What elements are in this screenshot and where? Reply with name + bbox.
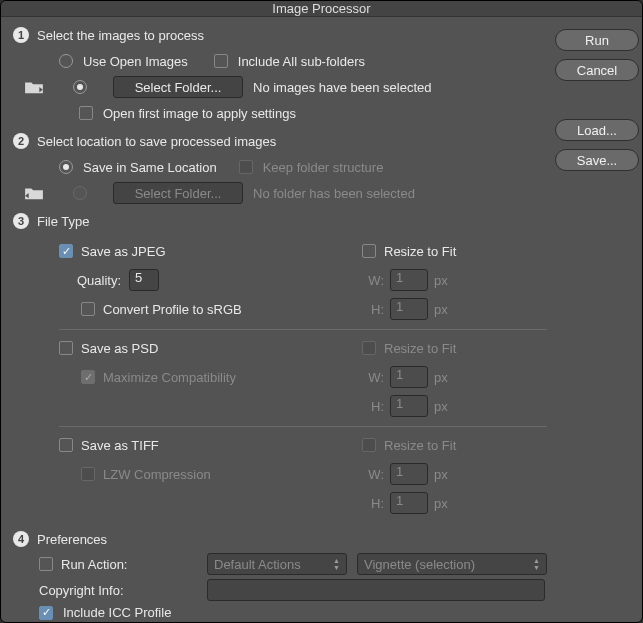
action-set-dropdown: Default Actions ▲▼	[207, 553, 347, 575]
save-select-folder-radio[interactable]	[73, 186, 87, 200]
jpeg-h-label: H:	[362, 302, 384, 317]
psd-w-label: W:	[362, 370, 384, 385]
step-1-bullet: 1	[13, 27, 29, 43]
select-folder-button-2: Select Folder...	[113, 182, 243, 204]
no-folder-status: No folder has been selected	[253, 186, 415, 201]
section-preferences: 4 Preferences Run Action: Default Action…	[13, 531, 547, 620]
select-folder-radio[interactable]	[73, 80, 87, 94]
step-4-bullet: 4	[13, 531, 29, 547]
same-location-label: Save in Same Location	[83, 160, 217, 175]
step-2-bullet: 2	[13, 133, 29, 149]
save-tiff-checkbox[interactable]	[59, 438, 73, 452]
jpeg-h-unit: px	[434, 302, 448, 317]
tiff-block: Save as TIFF LZW Compression Resize to F…	[59, 429, 547, 523]
psd-h-label: H:	[362, 399, 384, 414]
keep-folder-label: Keep folder structure	[263, 160, 384, 175]
psd-h-unit: px	[434, 399, 448, 414]
section-1-title: Select the images to process	[37, 28, 204, 43]
lzw-label: LZW Compression	[103, 467, 211, 482]
psd-resize-checkbox	[362, 341, 376, 355]
no-images-status: No images have been selected	[253, 80, 432, 95]
psd-block: Save as PSD Maximize Compatibility Resiz…	[59, 332, 547, 427]
jpeg-w-label: W:	[362, 273, 384, 288]
save-jpeg-checkbox[interactable]	[59, 244, 73, 258]
image-processor-window: Image Processor 1 Select the images to p…	[0, 0, 643, 623]
jpeg-h-input: 1	[390, 298, 428, 320]
tiff-w-label: W:	[362, 467, 384, 482]
tiff-resize-checkbox	[362, 438, 376, 452]
include-subfolders-checkbox[interactable]	[214, 54, 228, 68]
jpeg-block: Save as JPEG Quality: 5 Convert Profile …	[59, 235, 547, 330]
jpeg-w-input: 1	[390, 269, 428, 291]
jpeg-resize-label: Resize to Fit	[384, 244, 456, 259]
tiff-h-label: H:	[362, 496, 384, 511]
select-folder-button-1[interactable]: Select Folder...	[113, 76, 243, 98]
icc-profile-label: Include ICC Profile	[63, 605, 171, 620]
quality-label: Quality:	[61, 273, 121, 288]
save-jpeg-label: Save as JPEG	[81, 244, 166, 259]
psd-resize-label: Resize to Fit	[384, 341, 456, 356]
tiff-resize-label: Resize to Fit	[384, 438, 456, 453]
save-psd-label: Save as PSD	[81, 341, 158, 356]
chevron-updown-icon: ▲▼	[333, 558, 340, 571]
tiff-w-input: 1	[390, 463, 428, 485]
jpeg-w-unit: px	[434, 273, 448, 288]
convert-srgb-checkbox[interactable]	[81, 302, 95, 316]
section-4-title: Preferences	[37, 532, 107, 547]
max-compat-label: Maximize Compatibility	[103, 370, 236, 385]
include-subfolders-label: Include All sub-folders	[238, 54, 365, 69]
open-first-image-label: Open first image to apply settings	[103, 106, 296, 121]
window-title: Image Processor	[272, 1, 370, 16]
window-titlebar: Image Processor	[1, 1, 642, 17]
cancel-button[interactable]: Cancel	[555, 59, 639, 81]
copyright-input[interactable]	[207, 579, 545, 601]
tiff-h-input: 1	[390, 492, 428, 514]
convert-srgb-label: Convert Profile to sRGB	[103, 302, 242, 317]
section-2-title: Select location to save processed images	[37, 134, 276, 149]
keep-folder-checkbox	[239, 160, 253, 174]
quality-input[interactable]: 5	[129, 269, 159, 291]
run-button[interactable]: Run	[555, 29, 639, 51]
section-select-images: 1 Select the images to process Use Open …	[13, 27, 547, 125]
chevron-updown-icon: ▲▼	[533, 558, 540, 571]
icc-profile-checkbox[interactable]	[39, 606, 53, 620]
copyright-label: Copyright Info:	[39, 583, 124, 598]
load-button[interactable]: Load...	[555, 119, 639, 141]
section-save-location: 2 Select location to save processed imag…	[13, 133, 547, 205]
psd-w-unit: px	[434, 370, 448, 385]
export-folder-icon	[21, 185, 47, 201]
max-compat-checkbox	[81, 370, 95, 384]
tiff-w-unit: px	[434, 467, 448, 482]
use-open-images-radio[interactable]	[59, 54, 73, 68]
step-3-bullet: 3	[13, 213, 29, 229]
jpeg-resize-checkbox[interactable]	[362, 244, 376, 258]
run-action-label: Run Action:	[61, 557, 128, 572]
psd-w-input: 1	[390, 366, 428, 388]
save-tiff-label: Save as TIFF	[81, 438, 159, 453]
same-location-radio[interactable]	[59, 160, 73, 174]
import-folder-icon	[21, 79, 47, 95]
lzw-checkbox	[81, 467, 95, 481]
save-button[interactable]: Save...	[555, 149, 639, 171]
section-3-title: File Type	[37, 214, 90, 229]
tiff-h-unit: px	[434, 496, 448, 511]
save-psd-checkbox[interactable]	[59, 341, 73, 355]
action-name-dropdown: Vignette (selection) ▲▼	[357, 553, 547, 575]
section-file-type: 3 File Type Save as JPEG Quality: 5	[13, 213, 547, 523]
psd-h-input: 1	[390, 395, 428, 417]
use-open-images-label: Use Open Images	[83, 54, 188, 69]
run-action-checkbox[interactable]	[39, 557, 53, 571]
open-first-image-checkbox[interactable]	[79, 106, 93, 120]
